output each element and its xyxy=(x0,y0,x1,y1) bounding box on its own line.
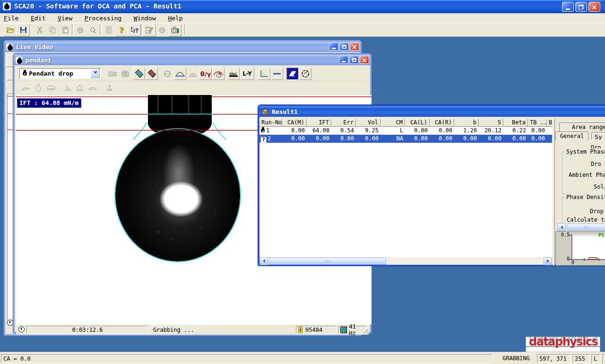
menu-view[interactable]: View xyxy=(54,14,76,23)
lv-maximize-button[interactable] xyxy=(339,43,349,51)
tab-area-ranges[interactable]: Area ranges xyxy=(559,122,605,131)
method-select[interactable]: Pendant drop xyxy=(19,68,101,78)
pendant-titlebar[interactable]: pendant xyxy=(15,55,370,65)
menu-processing[interactable]: Processing xyxy=(81,14,125,23)
small-circle-button[interactable] xyxy=(74,82,86,93)
process-button[interactable] xyxy=(156,24,169,36)
table-row-selected[interactable]: ?20.000.000.000.00NA0.000.000.000.000.00… xyxy=(259,135,552,143)
column-header[interactable]: CA(L) xyxy=(405,119,430,127)
ift-overlay: IFT : 64.08 mN/m xyxy=(17,98,81,108)
table-row[interactable]: 10.0064.080.549.25L0.000.001.2020.120.22… xyxy=(259,127,552,135)
application-window: SCA20 - Software for OCA and PCA - Resul… xyxy=(0,0,605,364)
dataphysics-logo: dataphysics dataphysics xyxy=(526,337,600,353)
tab-general[interactable]: General xyxy=(555,131,588,140)
resize-grip[interactable] xyxy=(363,328,368,334)
laplace-young-button[interactable]: L-Y xyxy=(240,68,254,80)
tangent-method-button[interactable] xyxy=(187,68,199,80)
minimize-button[interactable] xyxy=(562,2,574,12)
pd-close-button[interactable] xyxy=(360,56,369,64)
column-header[interactable]: b xyxy=(454,119,479,127)
maximize-icon xyxy=(342,45,346,49)
column-header[interactable]: CM xyxy=(380,119,405,127)
circle-method-button[interactable] xyxy=(174,68,186,80)
capture-button[interactable] xyxy=(168,24,182,36)
panel-splitter[interactable] xyxy=(553,119,555,266)
flat-drop-button[interactable] xyxy=(86,82,99,93)
report-button[interactable] xyxy=(143,24,156,36)
lv-minimize-button[interactable] xyxy=(329,43,338,51)
context-help-button[interactable]: ? xyxy=(128,24,141,36)
column-header[interactable]: Err xyxy=(331,119,356,127)
column-header[interactable]: BI xyxy=(547,119,552,127)
report-icon xyxy=(146,26,153,34)
copy-button[interactable] xyxy=(46,24,59,36)
chevron-down-icon xyxy=(94,71,97,76)
needle-drop-button[interactable] xyxy=(104,82,116,93)
scrollbar-thumb[interactable] xyxy=(567,224,605,231)
tab-system[interactable]: Sy xyxy=(591,132,605,140)
baseline-icon xyxy=(273,72,281,76)
plot-x-tick: 0 xyxy=(571,260,574,265)
live-video-titlebar[interactable]: Live Video xyxy=(5,42,360,52)
column-header[interactable]: Beta xyxy=(503,119,528,127)
menu-help[interactable]: Help xyxy=(164,14,186,23)
menu-file[interactable]: File xyxy=(0,14,22,23)
combo-dropdown-button[interactable] xyxy=(91,69,100,78)
film-teal-button[interactable] xyxy=(133,68,145,80)
circle-outline-button[interactable] xyxy=(299,68,311,80)
paste-icon xyxy=(62,26,69,34)
save-button[interactable] xyxy=(17,24,30,36)
close-button[interactable] xyxy=(588,2,600,12)
film-red-button[interactable] xyxy=(146,68,158,80)
table-header-row: Run-NoCA(M)IFTErrVolCMCA(L)CA(R)bSBetaTB… xyxy=(259,119,552,127)
column-header[interactable]: Run-No xyxy=(259,119,282,127)
manual-method-icon xyxy=(213,69,224,78)
profile-histogram-button[interactable] xyxy=(227,68,240,80)
angle-button[interactable] xyxy=(61,82,73,93)
curve-icon xyxy=(260,70,268,78)
capture-device-icon xyxy=(171,26,179,34)
column-header[interactable]: CA(M) xyxy=(282,119,307,127)
scroll-left-button[interactable] xyxy=(259,257,268,265)
scrollbar-thumb[interactable] xyxy=(269,258,386,265)
oval-drop-button[interactable] xyxy=(45,82,57,93)
column-header[interactable]: IFT xyxy=(307,119,331,127)
video-camera-button[interactable] xyxy=(106,68,119,80)
magnify-button[interactable] xyxy=(286,68,299,80)
drop-label: Dro xyxy=(591,161,601,167)
cut-button[interactable] xyxy=(33,24,46,36)
paste-button[interactable] xyxy=(59,24,72,36)
save-icon xyxy=(20,26,27,34)
snapshot-button[interactable] xyxy=(119,68,131,80)
column-header[interactable]: CA(R) xyxy=(430,119,454,127)
scroll-right-button[interactable] xyxy=(544,257,552,265)
settings-button[interactable] xyxy=(74,24,87,36)
column-header[interactable]: Vol xyxy=(356,119,380,127)
column-header[interactable]: S xyxy=(479,119,503,127)
theta-gamma-button[interactable]: θ/γ xyxy=(199,68,212,80)
pd-minimize-button[interactable] xyxy=(339,56,348,64)
status-mode: L xyxy=(591,354,601,363)
ellipse-method-button[interactable] xyxy=(161,68,173,80)
scroll-left-button[interactable] xyxy=(557,223,566,231)
result-titlebar[interactable]: Result1 xyxy=(259,106,605,117)
lv-close-button[interactable] xyxy=(350,43,359,51)
sessile-tilted-button[interactable] xyxy=(19,82,32,93)
menu-window[interactable]: Window xyxy=(130,14,160,23)
curve-button[interactable] xyxy=(258,68,270,80)
status-state: GRABBING xyxy=(502,355,530,362)
app-icon[interactable] xyxy=(3,2,11,10)
export-button[interactable] xyxy=(102,24,115,36)
acquire-gear-icon xyxy=(89,26,97,34)
plot-y-max: 0.5 xyxy=(561,232,570,237)
manual-method-button[interactable] xyxy=(212,68,225,80)
menu-edit[interactable]: Edit xyxy=(27,14,49,23)
pendant-outline-button[interactable] xyxy=(32,82,44,93)
pd-maximize-button[interactable] xyxy=(349,56,359,64)
acquire-button[interactable] xyxy=(86,24,100,36)
help-button[interactable]: ? xyxy=(115,24,128,36)
baseline-button[interactable] xyxy=(271,68,283,80)
restore-button[interactable] xyxy=(575,2,587,12)
open-button[interactable] xyxy=(4,24,17,36)
column-header[interactable]: TB ... xyxy=(528,119,547,127)
